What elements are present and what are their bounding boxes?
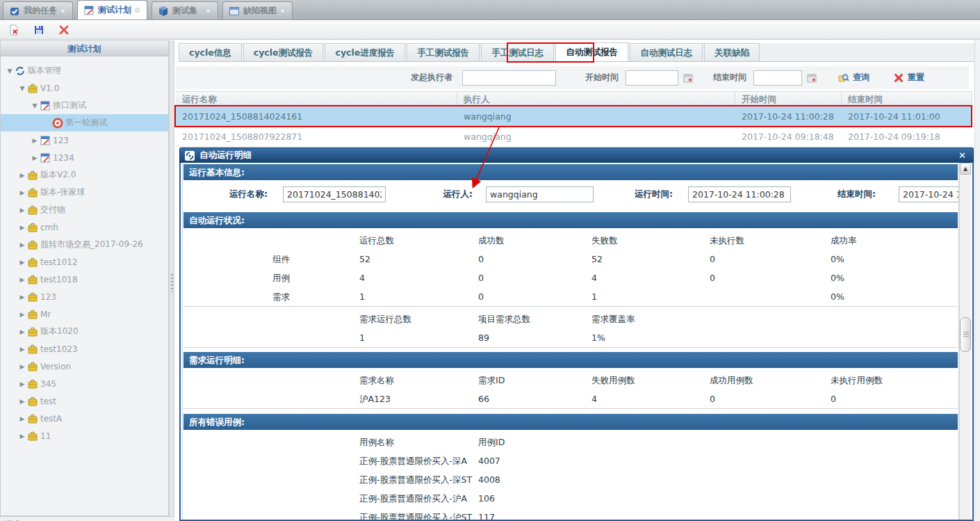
right-scroll-strip[interactable] xyxy=(974,40,980,521)
run-table: 运行名称执行人开始时间结束时间 20171024_1508814024161wa… xyxy=(176,91,972,147)
tree-item-label: 123 xyxy=(53,136,69,145)
tree-item-test1018[interactable]: ▶test1018 xyxy=(1,271,168,288)
tree-item-123[interactable]: ▶123 xyxy=(1,288,168,305)
expand-arrow-icon[interactable]: ▶ xyxy=(17,294,27,300)
window-tab-测试集[interactable]: 测试集 xyxy=(152,1,218,19)
start-time-filter-input[interactable] xyxy=(626,70,678,86)
tree-item-版本V2.0[interactable]: ▶版本V2.0 xyxy=(1,166,168,184)
report-tab-cycle测试报告[interactable]: cycle测试报告 xyxy=(243,43,324,61)
collapse-arrow-icon[interactable]: ▼ xyxy=(17,85,27,92)
tree-item-交付物[interactable]: ▶交付物 xyxy=(1,201,168,218)
tree-item-345[interactable]: ▶345 xyxy=(1,375,168,392)
tree-item-label: 11 xyxy=(40,431,51,441)
expand-arrow-icon[interactable]: ▶ xyxy=(17,241,27,248)
expand-arrow-icon[interactable]: ▶ xyxy=(17,380,27,387)
expand-arrow-icon[interactable]: ▶ xyxy=(17,276,27,283)
plan-icon xyxy=(40,135,51,146)
expand-arrow-icon[interactable]: ▶ xyxy=(17,259,27,266)
expand-arrow-icon[interactable]: ▶ xyxy=(17,328,27,335)
report-tab-自动测试日志[interactable]: 自动测试日志 xyxy=(630,43,703,61)
tree-item-123[interactable]: ▶123 xyxy=(1,131,168,149)
start-date-calendar-icon[interactable] xyxy=(683,72,694,83)
detail-cell: 0% xyxy=(831,250,958,268)
expand-arrow-icon[interactable]: ▶ xyxy=(17,398,27,405)
field-input-3[interactable] xyxy=(688,186,791,202)
window-tab-测试计划[interactable]: 测试计划 xyxy=(77,0,147,19)
box-icon xyxy=(27,361,38,372)
window-tab-我的任务[interactable]: 我的任务 xyxy=(3,1,73,19)
tree-item-版本-张家球[interactable]: ▶版本-张家球 xyxy=(1,184,168,201)
end-time-filter-input[interactable] xyxy=(753,70,802,86)
report-tab-cycle信息[interactable]: cycle信息 xyxy=(179,43,242,61)
tree-item-test1012[interactable]: ▶test1012 xyxy=(1,253,168,271)
table-row[interactable]: 20171024_1508814024161wangqiang2017-10-2… xyxy=(176,106,972,127)
expand-arrow-icon[interactable]: ▶ xyxy=(17,224,27,231)
field-input-2[interactable] xyxy=(486,186,594,202)
expand-arrow-icon[interactable]: ▶ xyxy=(17,189,27,196)
report-tabbar: cycle信息cycle测试报告cycle进度报告手工测试报告手工测试日志自动测… xyxy=(179,43,974,62)
report-tab-自动测试报告[interactable]: 自动测试报告 xyxy=(555,42,628,61)
expand-arrow-icon[interactable]: ▶ xyxy=(17,311,27,318)
sidebar-splitter[interactable] xyxy=(169,40,174,516)
detail-cell: 66 xyxy=(478,390,591,408)
tree-item-V1.0[interactable]: ▼V1.0 xyxy=(1,79,168,97)
table-row[interactable]: 20171024_1508807922871wangqiang2017-10-2… xyxy=(176,127,972,147)
dialog-scrollbar[interactable]: ▲ xyxy=(959,163,971,520)
report-tab-cycle进度报告[interactable]: cycle进度报告 xyxy=(325,43,405,61)
delete-button[interactable] xyxy=(57,23,71,37)
expand-arrow-icon[interactable]: ▶ xyxy=(17,346,27,353)
expand-arrow-icon[interactable]: ▶ xyxy=(30,154,40,161)
remove-doc-button[interactable] xyxy=(7,23,21,37)
detail-cell: 0 xyxy=(478,268,591,287)
tree-item-版本1020[interactable]: ▶版本1020 xyxy=(1,323,168,340)
close-icon[interactable]: ✕ xyxy=(956,150,969,161)
scrollbar-thumb[interactable] xyxy=(960,317,971,352)
detail-cell: 4 xyxy=(591,268,710,287)
detail-cell: 用例 xyxy=(183,268,359,287)
tree-item-股转市场交易_2017-09-26[interactable]: ▶股转市场交易_2017-09-26 xyxy=(1,236,168,253)
detail-cell xyxy=(710,287,831,306)
tree-item-test[interactable]: ▶test xyxy=(1,392,168,410)
expand-arrow-icon[interactable]: ▶ xyxy=(17,363,27,370)
collapse-arrow-icon[interactable]: ▼ xyxy=(30,102,40,109)
dialog-titlebar[interactable]: 自动运行明细 ✕ xyxy=(179,147,974,163)
window-tab-缺陷视图[interactable]: 缺陷视图 xyxy=(222,1,293,19)
tree-item-11[interactable]: ▶11 xyxy=(1,427,168,444)
detail-cell: 未执行数 xyxy=(710,231,831,250)
tree-item-第一轮测试[interactable]: 第一轮测试 xyxy=(1,114,168,131)
report-tab-关联缺陷[interactable]: 关联缺陷 xyxy=(704,43,760,61)
tree-item-test1023[interactable]: ▶test1023 xyxy=(1,340,168,358)
save-button[interactable] xyxy=(32,23,46,37)
tree-item-Version[interactable]: ▶Version xyxy=(1,358,168,375)
tree-item-版本管理[interactable]: ▼版本管理 xyxy=(1,62,168,79)
expand-arrow-icon[interactable]: ▶ xyxy=(17,172,27,179)
tree-item-label: 第一轮测试 xyxy=(65,117,107,129)
scroll-up-icon[interactable]: ▲ xyxy=(960,163,971,175)
tree-item-cmh[interactable]: ▶cmh xyxy=(1,218,168,236)
field-input-1[interactable] xyxy=(283,186,386,202)
expand-arrow-icon[interactable]: ▶ xyxy=(17,415,27,422)
reset-button[interactable]: 重置 xyxy=(893,72,924,83)
collapse-arrow-icon[interactable]: ▼ xyxy=(5,67,15,74)
detail-cell: 0 xyxy=(710,390,831,408)
end-date-calendar-icon[interactable] xyxy=(806,72,817,83)
run-table-header-cell: 结束时间 xyxy=(842,92,972,106)
detail-cell xyxy=(831,433,958,451)
query-button[interactable]: 查询 xyxy=(838,72,869,83)
expand-arrow-icon[interactable]: ▶ xyxy=(17,433,27,440)
expand-arrow-icon[interactable]: ▶ xyxy=(30,137,40,144)
tree-item-Mr[interactable]: ▶Mr xyxy=(1,305,168,323)
tree-item-label: Mr xyxy=(40,310,51,319)
tree-item-1234[interactable]: ▶1234 xyxy=(1,149,168,166)
box-icon xyxy=(27,413,38,424)
detail-cell xyxy=(710,470,831,489)
field-input-4[interactable] xyxy=(899,186,958,202)
executor-filter-input[interactable] xyxy=(462,70,556,86)
tree-item-接口测试[interactable]: ▼接口测试 xyxy=(1,97,168,114)
expand-arrow-icon[interactable]: ▶ xyxy=(17,207,27,214)
report-tab-手工测试日志[interactable]: 手工测试日志 xyxy=(481,43,554,61)
run-table-header-cell: 运行名称 xyxy=(176,92,457,106)
tree-item-testA[interactable]: ▶testA xyxy=(1,410,168,427)
save-icon xyxy=(33,24,44,35)
report-tab-手工测试报告[interactable]: 手工测试报告 xyxy=(407,43,480,61)
